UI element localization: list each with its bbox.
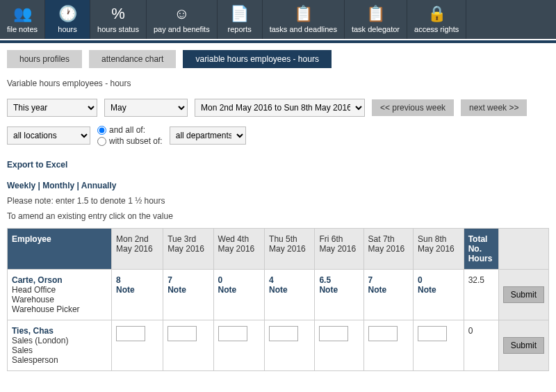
- hours-value: 8: [116, 275, 158, 285]
- hours-input[interactable]: [116, 326, 145, 341]
- hours-cell[interactable]: 7Note: [163, 270, 213, 320]
- table-row: Carte, OrsonHead OfficeWarehouseWarehous…: [8, 270, 549, 320]
- topnav-label: hours: [58, 25, 77, 33]
- sub-nav: hours profilesattendance chartvariable h…: [0, 43, 556, 75]
- submit-button[interactable]: Submit: [503, 286, 544, 303]
- hours-value: 7: [368, 275, 409, 285]
- note-denote: Please note: enter 1.5 to denote 1 ½ hou…: [7, 196, 549, 206]
- month-select[interactable]: May: [104, 99, 188, 117]
- note-link[interactable]: Note: [269, 285, 310, 295]
- topnav-hours[interactable]: 🕐hours: [45, 0, 90, 39]
- note-link[interactable]: Note: [116, 285, 158, 295]
- prev-week-button[interactable]: << previous week: [372, 99, 454, 116]
- note-link[interactable]: Note: [368, 285, 409, 295]
- col-header: Wed 4th May 2016: [213, 229, 265, 270]
- hours-cell[interactable]: 8Note: [112, 270, 163, 320]
- employee-detail: Head Office: [12, 285, 107, 295]
- hours-input[interactable]: [368, 326, 398, 341]
- col-header: Total No. Hours: [464, 229, 498, 270]
- topnav-icon: 🕐: [58, 6, 77, 22]
- topnav-label: pay and benefits: [154, 25, 210, 33]
- submit-button[interactable]: Submit: [503, 337, 544, 354]
- week-select[interactable]: Mon 2nd May 2016 to Sun 8th May 2016: [195, 99, 365, 117]
- employee-name[interactable]: Ties, Chas: [12, 326, 107, 336]
- col-header: Fri 6th May 2016: [315, 229, 363, 270]
- topnav-label: file notes: [7, 25, 38, 33]
- hours-input-cell: [265, 320, 315, 371]
- hours-input-cell: [213, 320, 265, 371]
- hours-cell[interactable]: 4Note: [265, 270, 315, 320]
- topnav-reports[interactable]: 📄reports: [218, 0, 263, 39]
- hours-cell[interactable]: 0Note: [414, 270, 464, 320]
- topnav-label: task delegator: [352, 25, 400, 33]
- hours-value: 0: [218, 275, 261, 285]
- topnav-icon: 🔒: [427, 6, 446, 22]
- employee-cell: Carte, OrsonHead OfficeWarehouseWarehous…: [8, 270, 112, 320]
- radio-and-all[interactable]: and all of:: [97, 125, 163, 135]
- hours-value: 4: [269, 275, 310, 285]
- employee-detail: Warehouse Picker: [12, 304, 107, 314]
- filter-radio-group: and all of: with subset of:: [97, 125, 163, 146]
- action-cell: Submit: [498, 320, 548, 371]
- employee-detail: Sales (London): [12, 336, 107, 345]
- hours-input[interactable]: [269, 326, 298, 341]
- hours-input-cell: [414, 320, 464, 371]
- radio-with-subset[interactable]: with subset of:: [97, 136, 163, 146]
- hours-input-cell: [163, 320, 213, 371]
- view-monthly[interactable]: Monthly: [42, 181, 74, 190]
- topnav-icon: 👥: [13, 6, 32, 22]
- hours-cell[interactable]: 7Note: [363, 270, 413, 320]
- note-link[interactable]: Note: [319, 285, 359, 295]
- topnav-label: access rights: [414, 25, 459, 33]
- employee-detail: Salesperson: [12, 355, 107, 365]
- top-nav: 👥file notes🕐hours%hours status☺pay and b…: [0, 0, 556, 39]
- topnav-label: hours status: [97, 25, 139, 33]
- note-link[interactable]: Note: [418, 285, 459, 295]
- subnav-variable-hours-employees---hours[interactable]: variable hours employees - hours: [183, 50, 331, 68]
- hours-input[interactable]: [218, 326, 247, 341]
- hours-input[interactable]: [319, 326, 348, 341]
- table-row: Ties, ChasSales (London)SalesSalesperson…: [8, 320, 549, 371]
- topnav-pay-and-benefits[interactable]: ☺pay and benefits: [147, 0, 218, 39]
- topnav-task-delegator[interactable]: 📋task delegator: [345, 0, 407, 39]
- topnav-file-notes[interactable]: 👥file notes: [0, 0, 45, 39]
- view-annually[interactable]: Annually: [81, 181, 117, 190]
- topnav-icon: 📄: [230, 6, 249, 22]
- note-link[interactable]: Note: [167, 285, 208, 295]
- next-week-button[interactable]: next week >>: [461, 99, 527, 116]
- topnav-access-rights[interactable]: 🔒access rights: [407, 0, 466, 39]
- hours-value: 0: [418, 275, 459, 285]
- employee-name[interactable]: Carte, Orson: [12, 275, 107, 285]
- topnav-hours-status[interactable]: %hours status: [90, 0, 147, 39]
- topnav-icon: 📋: [294, 6, 313, 22]
- total-hours: 0: [464, 320, 498, 371]
- topnav-icon: %: [111, 6, 125, 22]
- subnav-hours-profiles[interactable]: hours profiles: [7, 50, 82, 68]
- subnav-attendance-chart[interactable]: attendance chart: [89, 50, 176, 68]
- col-header: Thu 5th May 2016: [265, 229, 315, 270]
- topnav-label: reports: [228, 25, 252, 33]
- year-select[interactable]: This year: [7, 99, 97, 117]
- export-excel-link[interactable]: Export to Excel: [7, 160, 67, 170]
- hours-input[interactable]: [167, 326, 197, 341]
- radio-and-all-input[interactable]: [97, 126, 106, 135]
- hours-cell[interactable]: 6.5Note: [315, 270, 363, 320]
- employee-detail: Sales: [12, 345, 107, 355]
- topnav-tasks-and-deadlines[interactable]: 📋tasks and deadlines: [263, 0, 345, 39]
- hours-input-cell: [315, 320, 363, 371]
- col-header: [498, 229, 548, 270]
- hours-cell[interactable]: 0Note: [213, 270, 265, 320]
- location-select[interactable]: all locations: [7, 126, 90, 145]
- col-header: Tue 3rd May 2016: [163, 229, 213, 270]
- hours-value: 7: [167, 275, 208, 285]
- topnav-label: tasks and deadlines: [270, 25, 337, 33]
- filter-row-2: all locations and all of: with subset of…: [7, 125, 549, 146]
- hours-input[interactable]: [418, 326, 447, 341]
- page-title: Variable hours employees - hours: [7, 79, 549, 88]
- radio-with-subset-input[interactable]: [97, 137, 106, 146]
- department-select[interactable]: all departments: [170, 126, 246, 145]
- note-link[interactable]: Note: [218, 285, 261, 295]
- topnav-icon: 📋: [366, 6, 385, 22]
- hours-value: 6.5: [319, 275, 359, 285]
- view-weekly[interactable]: Weekly: [7, 181, 35, 190]
